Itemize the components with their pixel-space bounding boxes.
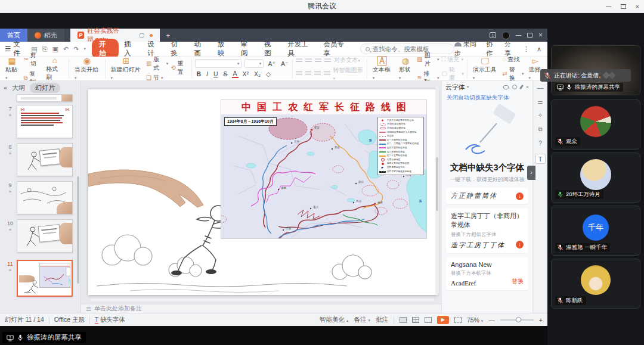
participant-tile[interactable]: 20环工万诗月	[551, 153, 640, 203]
menu-slideshow[interactable]: 放映	[212, 39, 236, 59]
zoom-level[interactable]: 75% ▾	[467, 316, 483, 324]
number-list-icon[interactable]	[305, 58, 312, 63]
cut-button[interactable]: ✂剪切	[23, 51, 41, 68]
zoom-out-icon[interactable]: —	[488, 316, 495, 324]
collab-button[interactable]: 协作	[486, 40, 497, 58]
slide-thumb-10[interactable]	[17, 219, 73, 253]
slide-thumb-9[interactable]	[17, 181, 73, 215]
panel-expand-handle[interactable]: ›	[527, 166, 535, 180]
format-painter-button[interactable]: ⌂ 格式刷	[44, 56, 66, 82]
more-icon[interactable]: ⋮	[523, 45, 530, 53]
current-slide[interactable]: 中国工农红军长征路线图 1934年8月－1936年10月	[88, 89, 438, 295]
italic-button[interactable]: I	[205, 70, 209, 77]
subscript-button[interactable]: X₂	[253, 70, 262, 77]
paste-button[interactable]: ▦ 粘贴▾	[3, 57, 21, 80]
align-right-icon[interactable]	[314, 71, 321, 76]
wps-restore-icon[interactable]	[527, 33, 532, 38]
command-search[interactable]	[360, 43, 454, 54]
missing-font-status[interactable]: T 缺失字体	[95, 316, 125, 324]
account-avatar[interactable]	[502, 32, 510, 39]
justify-icon[interactable]	[324, 71, 330, 76]
play-from-current-button[interactable]: ◉ 当页开始▾	[72, 57, 102, 80]
new-slide-button[interactable]: ⊞ 新建幻灯片▾	[109, 57, 144, 80]
properties-icon[interactable]: ⚌	[538, 98, 543, 105]
slide-thumb-8[interactable]	[17, 143, 73, 176]
help-icon[interactable]: ?	[538, 140, 542, 147]
effects-icon[interactable]: ✧	[538, 112, 543, 119]
panel-caret-icon[interactable]: ▾	[467, 85, 469, 89]
bullet-list-icon[interactable]	[296, 58, 302, 63]
replace-button[interactable]: ⇄替换▾	[502, 66, 524, 82]
align-center-icon[interactable]	[305, 71, 312, 76]
outline-tab[interactable]: 大纲	[12, 83, 25, 92]
notes-bar[interactable]: ☰ 单击此处添加备注	[81, 304, 441, 313]
download-icon[interactable]: ↓	[516, 192, 524, 200]
disable-autoswitch-link[interactable]: 关闭自动切换至缺失字体	[442, 93, 532, 103]
preview-icon[interactable]: ▣	[52, 45, 58, 53]
present-tools-button[interactable]: 🖵 演示工具▾	[470, 57, 500, 80]
picture-button[interactable]: ▨图片▾	[417, 51, 439, 68]
outline-button[interactable]: ▢轮廓▾	[442, 66, 464, 82]
print-icon[interactable]: ⎘	[42, 45, 48, 53]
maximize-icon[interactable]	[621, 4, 626, 9]
feedback-icon[interactable]	[503, 85, 509, 89]
zoom-slider-knob[interactable]	[516, 317, 521, 322]
font-card-2[interactable]: 造字工房丁丁（非商用）常规体 替换下方相似云字体 造字工房丁丁体 ↓	[446, 208, 528, 253]
quick-caret-icon[interactable]: ▾	[83, 46, 86, 51]
canvas-hscrollbar[interactable]	[89, 298, 435, 302]
participant-tile[interactable]: 观众	[551, 100, 640, 150]
reset-button[interactable]: ⟲重置	[171, 60, 188, 76]
menu-start[interactable]: 开始	[92, 39, 119, 59]
menu-view[interactable]: 视图	[259, 39, 282, 59]
normal-view-icon[interactable]	[400, 317, 407, 323]
font-family-select[interactable]: ▾	[195, 59, 242, 68]
to-smartart-button[interactable]: 转智能图形▾	[333, 66, 364, 81]
menu-review[interactable]: 审阅	[236, 39, 259, 59]
shape-button[interactable]: ◍ 形状▾	[397, 57, 414, 80]
reading-view-icon[interactable]	[425, 317, 432, 323]
fill-button[interactable]: ⛶填充▾	[442, 55, 464, 64]
slides-tab[interactable]: 幻灯片	[30, 83, 60, 93]
comments-toggle[interactable]: 批注	[376, 316, 388, 324]
collapse-ribbon-icon[interactable]: ∧	[537, 45, 541, 53]
font-card-1[interactable]: 方正静蕾简体 ↓	[446, 188, 528, 204]
panel-collapse-icon[interactable]: «	[4, 84, 7, 91]
clear-format-icon[interactable]: ◇	[265, 70, 272, 77]
canvas-vscrollbar[interactable]	[435, 86, 439, 294]
tab-docer[interactable]: 稻壳	[27, 29, 64, 42]
panel-close-icon[interactable]: ×	[526, 84, 529, 90]
download-icon[interactable]: ↓	[516, 241, 524, 248]
panel-scrollbar[interactable]	[77, 176, 79, 284]
fit-slide-icon[interactable]	[454, 317, 462, 323]
slide-thumb-11[interactable]	[17, 260, 73, 297]
textbox-button[interactable]: 🄰 文本框▾	[370, 57, 394, 80]
font-card-3[interactable]: Angsana New 替换下方本机字体 AcadEref 替换	[446, 257, 528, 290]
slideshow-play-button[interactable]: ▶	[437, 316, 449, 324]
pin-icon[interactable]	[519, 85, 524, 89]
underline-button[interactable]: U	[212, 70, 219, 77]
cloud-font-tab-icon[interactable]: T	[535, 154, 546, 164]
gear-icon[interactable]	[512, 85, 517, 89]
participant-tile[interactable]: 陈新跃	[551, 259, 640, 309]
align-left-icon[interactable]	[296, 71, 302, 76]
zoom-in-icon[interactable]: +	[539, 316, 543, 324]
indent-increase-icon[interactable]	[324, 58, 331, 63]
redo-icon[interactable]: ↷	[73, 45, 79, 53]
participant-tile[interactable]: 千年 温雅旭 一瞬千年	[551, 206, 640, 256]
indent-decrease-icon[interactable]	[315, 58, 321, 63]
slide-thumb-partial[interactable]	[17, 94, 73, 102]
comment-bubble-icon[interactable]	[140, 33, 144, 38]
layout-button[interactable]: ▥版式▾	[146, 55, 168, 72]
decrease-font-button[interactable]: A⁻	[280, 60, 290, 67]
wps-minimize-icon[interactable]	[516, 35, 521, 36]
close-icon[interactable]: ×	[636, 4, 639, 10]
strike-button[interactable]: S	[222, 70, 228, 77]
font-color-button[interactable]: A	[232, 70, 239, 78]
wps-close-icon[interactable]: ×	[538, 31, 543, 39]
sorter-view-icon[interactable]	[412, 317, 419, 323]
minimize-icon[interactable]	[606, 7, 611, 7]
menu-transition[interactable]: 切换	[165, 39, 188, 59]
increase-font-button[interactable]: A⁺	[267, 60, 277, 67]
zoom-slider[interactable]	[500, 319, 534, 321]
beautify-button[interactable]: 智能美化 ▴	[320, 316, 348, 324]
